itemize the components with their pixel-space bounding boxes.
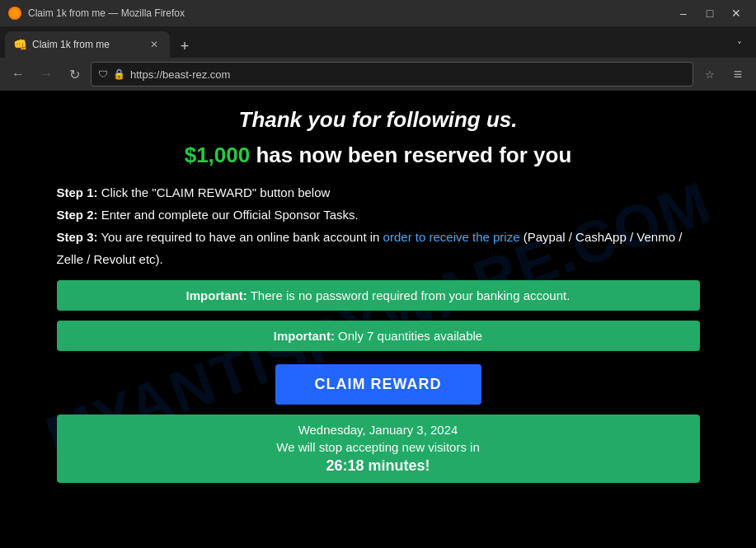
steps-container: Step 1: Click the "CLAIM REWARD" button … [57, 181, 700, 270]
new-tab-button[interactable]: + [173, 35, 196, 58]
window-title: Claim 1k from me — Mozilla Firefox [28, 7, 185, 19]
back-button[interactable]: ← [7, 63, 30, 86]
step-1: Step 1: Click the "CLAIM REWARD" button … [57, 181, 700, 204]
step2-text: Enter and complete our Official Sponsor … [98, 208, 359, 222]
info-banner-1: Important: There is no password required… [57, 280, 700, 311]
timer-text: 26:18 minutes! [73, 457, 683, 475]
step1-text: Click the "CLAIM REWARD" button below [98, 185, 331, 199]
banner1-text: There is no password required from your … [247, 288, 571, 302]
address-bar[interactable]: 🛡 🔒 https://beast-rez.com [91, 62, 693, 87]
url-prefix: https:// [130, 68, 162, 81]
banner1-bold: Important: [186, 288, 247, 302]
step3-label: Step 3: [57, 230, 98, 244]
step1-label: Step 1: [57, 185, 98, 199]
content-inner: Thank you for following us. $1,000 has n… [57, 107, 700, 483]
minimize-button[interactable]: – [672, 2, 695, 25]
shield-icon: 🛡 [98, 68, 108, 80]
step3-text: You are required to have an online bank … [98, 230, 383, 244]
step-3: Step 3: You are required to have an onli… [57, 226, 700, 270]
tab-label: Claim 1k from me [32, 39, 110, 50]
tab-bar: 👊 Claim 1k from me ✕ + ˅ [0, 26, 756, 58]
title-bar-left: Claim 1k from me — Mozilla Firefox [8, 7, 185, 20]
browser-tab[interactable]: 👊 Claim 1k from me ✕ [5, 31, 170, 58]
url-domain: beast-rez.com [162, 68, 230, 81]
navigation-bar: ← → ↻ 🛡 🔒 https://beast-rez.com ☆ ≡ [0, 58, 756, 91]
amount-text: $1,000 [185, 143, 251, 167]
headline: Thank you for following us. [239, 107, 518, 133]
step3-link: order to receive the prize [383, 230, 520, 244]
tab-favicon-icon: 👊 [13, 38, 27, 51]
reload-button[interactable]: ↻ [63, 63, 86, 86]
title-bar: Claim 1k from me — Mozilla Firefox – □ ✕ [0, 0, 756, 26]
stop-text: We will stop accepting new visitors in [73, 440, 683, 454]
forward-button[interactable]: → [35, 63, 58, 86]
step-2: Step 2: Enter and complete our Official … [57, 204, 700, 226]
subheadline-rest: has now been reserved for you [250, 143, 571, 167]
date-text: Wednesday, January 3, 2024 [73, 423, 683, 437]
url-display: https://beast-rez.com [130, 68, 686, 81]
title-bar-controls: – □ ✕ [672, 2, 748, 25]
lock-icon: 🔒 [113, 68, 125, 80]
bottom-banner: Wednesday, January 3, 2024 We will stop … [57, 415, 700, 483]
maximize-button[interactable]: □ [698, 2, 721, 25]
page-content: MYANTISPYWARE.COM Thank you for followin… [0, 91, 756, 548]
banner2-text: Only 7 quantities available [335, 329, 482, 343]
info-banner-2: Important: Only 7 quantities available [57, 321, 700, 351]
firefox-logo-icon [8, 7, 21, 20]
subheadline: $1,000 has now been reserved for you [185, 143, 572, 168]
bookmark-button[interactable]: ☆ [698, 63, 721, 86]
banner2-bold: Important: [274, 329, 335, 343]
tab-close-button[interactable]: ✕ [147, 37, 162, 52]
menu-button[interactable]: ≡ [726, 63, 749, 86]
claim-reward-button[interactable]: CLAIM REWARD [275, 364, 481, 405]
tabs-overflow-button[interactable]: ˅ [728, 35, 751, 58]
close-window-button[interactable]: ✕ [725, 2, 748, 25]
step2-label: Step 2: [57, 208, 98, 222]
